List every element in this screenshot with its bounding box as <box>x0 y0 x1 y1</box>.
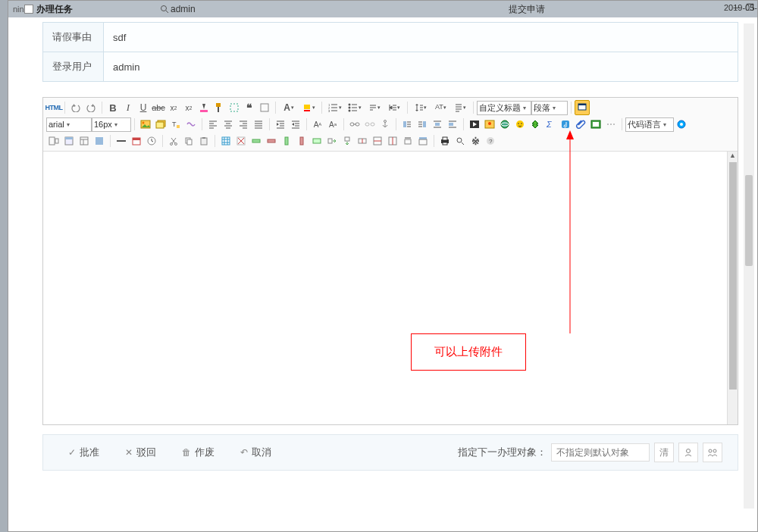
align-right-button[interactable] <box>236 117 251 132</box>
scroll-up-icon[interactable]: ▲ <box>729 152 736 159</box>
split-cols-button[interactable] <box>385 133 400 149</box>
anchor-button[interactable] <box>377 117 393 132</box>
title-row-button[interactable] <box>415 133 431 149</box>
auto-format-button[interactable]: ▾ <box>450 100 470 115</box>
paste-button[interactable] <box>196 133 211 149</box>
background-button[interactable] <box>92 133 107 149</box>
reject-button[interactable]: ✕驳回 <box>115 441 166 464</box>
cut-button[interactable] <box>166 133 181 149</box>
user-picker-button[interactable] <box>678 443 698 462</box>
delete-table-button[interactable] <box>233 133 249 149</box>
select-all-button[interactable] <box>227 100 242 115</box>
align-left-button[interactable] <box>205 117 221 132</box>
window-scroll-thumb[interactable] <box>745 175 753 266</box>
uppercase-button[interactable]: AA <box>310 117 325 132</box>
line-indent-button[interactable]: ▾ <box>384 100 404 115</box>
emoticon-button[interactable] <box>512 117 528 132</box>
insert-video-button[interactable] <box>467 117 482 132</box>
outdent-button[interactable] <box>288 117 303 132</box>
unlink-button[interactable] <box>362 117 377 132</box>
wavy-button[interactable] <box>183 117 199 132</box>
blockquote-button[interactable]: ❝ <box>242 100 257 115</box>
void-button[interactable]: 🗑作废 <box>172 441 224 464</box>
multi-image-button[interactable] <box>153 117 168 132</box>
insert-map-button[interactable] <box>482 117 497 132</box>
kityformula-button[interactable]: Σ <box>543 117 558 132</box>
link-button[interactable] <box>347 117 362 132</box>
font-size-select[interactable]: 16px▾ <box>92 117 131 132</box>
copy-button[interactable] <box>181 133 196 149</box>
group-picker-button[interactable] <box>703 443 722 462</box>
subscript-button[interactable]: x2 <box>166 100 181 115</box>
underline-button[interactable]: U <box>136 100 151 115</box>
pagebreak-button[interactable] <box>603 117 619 132</box>
date-button[interactable] <box>129 133 144 149</box>
fullscreen-button[interactable] <box>575 100 590 115</box>
merge-right-button[interactable] <box>324 133 340 149</box>
ordered-list-button[interactable]: 123▾ <box>325 100 345 115</box>
approve-button[interactable]: ✓批准 <box>58 441 109 464</box>
redo-button[interactable] <box>83 100 99 115</box>
paragraph-select[interactable]: 段落▾ <box>531 101 568 115</box>
font-family-select[interactable]: arial▾ <box>46 117 92 132</box>
editor-canvas[interactable] <box>43 152 727 424</box>
superscript-button[interactable]: x2 <box>181 100 196 115</box>
spechars-button[interactable] <box>528 117 543 132</box>
bold-button[interactable]: B <box>105 100 121 115</box>
insert-row-button[interactable] <box>249 133 264 149</box>
clear-button[interactable]: 清 <box>654 443 674 462</box>
assignee-input[interactable] <box>551 443 650 462</box>
indent-button[interactable] <box>273 117 288 132</box>
unordered-list-button[interactable]: ▾ <box>345 100 365 115</box>
attachment-button[interactable] <box>573 117 588 132</box>
insert-table-button[interactable] <box>218 133 233 149</box>
line-height-button[interactable]: ▾ <box>411 100 431 115</box>
music-button[interactable] <box>558 117 573 132</box>
align-center-button[interactable] <box>221 117 236 132</box>
autotype-button[interactable]: T <box>168 117 183 132</box>
img-right-button[interactable] <box>415 117 430 132</box>
insert-frame-button[interactable] <box>46 133 61 149</box>
letter-spacing-button[interactable]: AT▾ <box>431 100 450 115</box>
source-html-button[interactable]: HTML <box>46 100 61 115</box>
strikethrough-button[interactable]: abc <box>151 100 166 115</box>
italic-button[interactable]: I <box>121 100 136 115</box>
text-direction-button[interactable]: ▾ <box>365 100 384 115</box>
align-justify-button[interactable] <box>251 117 266 132</box>
split-rows-button[interactable] <box>370 133 385 149</box>
delete-col-button[interactable] <box>294 133 309 149</box>
image-button[interactable] <box>138 117 153 132</box>
search-replace-button[interactable] <box>453 133 468 149</box>
snapscreen-button[interactable] <box>588 117 603 132</box>
help-button[interactable]: ? <box>483 133 498 149</box>
print-button[interactable] <box>437 133 453 149</box>
split-cells-button[interactable] <box>355 133 370 149</box>
scroll-thumb[interactable] <box>729 162 737 390</box>
caption-button[interactable] <box>400 133 415 149</box>
format-brush-button[interactable] <box>211 100 227 115</box>
insert-col-button[interactable] <box>279 133 294 149</box>
lowercase-button[interactable]: Aa <box>325 117 340 132</box>
webapp-button[interactable] <box>61 133 77 149</box>
insert-gmap-button[interactable] <box>497 117 512 132</box>
code-lang-select[interactable]: 代码语言▾ <box>625 117 674 132</box>
custom-title-select[interactable]: 自定义标题▾ <box>477 101 531 115</box>
img-left-button[interactable] <box>399 117 415 132</box>
merge-down-button[interactable] <box>340 133 355 149</box>
remove-format-button[interactable] <box>196 100 211 115</box>
preview-button[interactable] <box>674 117 689 132</box>
img-none-button[interactable] <box>445 117 460 132</box>
window-scrollbar[interactable] <box>744 23 754 509</box>
cancel-button[interactable]: ↶取消 <box>230 441 281 464</box>
font-color-button[interactable]: A▾ <box>279 100 299 115</box>
horizontal-rule-button[interactable] <box>114 133 129 149</box>
time-button[interactable] <box>144 133 159 149</box>
merge-cells-button[interactable] <box>309 133 324 149</box>
undo-button[interactable] <box>68 100 83 115</box>
select-text-button[interactable] <box>257 100 272 115</box>
template-button[interactable] <box>77 133 92 149</box>
editor-body[interactable]: ▲ 可以上传附件 <box>43 152 738 424</box>
delete-row-button[interactable] <box>264 133 279 149</box>
back-color-button[interactable]: ▾ <box>299 100 318 115</box>
drafts-button[interactable]: ※ <box>468 133 483 149</box>
